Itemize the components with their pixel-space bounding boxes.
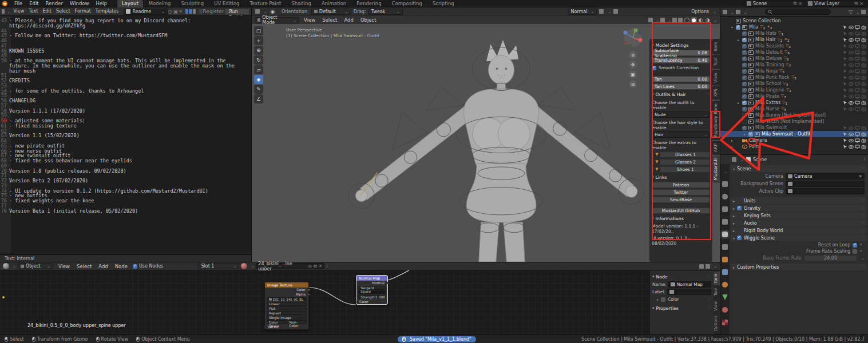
sidebar-tab[interactable]: Tool	[712, 55, 720, 69]
row-checkbox[interactable]	[742, 63, 747, 67]
line-numbers-toggle-icon[interactable]	[185, 9, 188, 14]
viewport-disable-icon[interactable]	[855, 126, 860, 130]
render-disable-icon[interactable]	[861, 107, 866, 111]
viewport-disable-icon[interactable]	[855, 88, 860, 93]
row-checkbox[interactable]	[742, 69, 747, 74]
selectable-icon[interactable]	[843, 25, 847, 30]
node-sidebar-tab[interactable]: Item	[714, 272, 720, 285]
snap-node-icon[interactable]	[699, 264, 704, 269]
option-checkbox[interactable]	[853, 243, 857, 248]
render-disable-icon[interactable]	[861, 88, 866, 93]
use-nodes-checkbox[interactable]	[133, 264, 137, 269]
collapsed-panel-header[interactable]: Units∷	[731, 197, 867, 204]
hide-eye-icon[interactable]	[849, 82, 854, 86]
viewport-disable-icon[interactable]	[855, 82, 860, 86]
new-view-layer-icon[interactable]: ⧉	[855, 1, 858, 6]
row-checkbox[interactable]	[742, 82, 747, 86]
register-checkbox[interactable]	[199, 9, 202, 14]
viewport-disable-icon[interactable]	[855, 101, 860, 105]
shading-mode-icon[interactable]	[691, 17, 697, 23]
row-checkbox[interactable]	[736, 25, 740, 30]
row-checkbox[interactable]	[742, 126, 747, 130]
node-name-field[interactable]: Normal Map	[668, 281, 711, 288]
workspace-tab[interactable]: Sculpting	[176, 0, 208, 7]
text-editor-menu[interactable]: Format	[73, 8, 93, 15]
row-checkbox[interactable]	[742, 44, 747, 49]
setting-slider[interactable]: Tan Lines0.00	[652, 83, 710, 90]
perspective-toggle-icon[interactable]: ⊞	[629, 80, 637, 88]
render-disable-icon[interactable]	[861, 31, 866, 36]
material-icon[interactable]	[241, 263, 247, 269]
hide-eye-icon[interactable]	[849, 126, 854, 130]
scene-panel-header[interactable]: Scene∷	[731, 165, 867, 172]
outliner-row[interactable]: Mila Nurse 5	[720, 106, 868, 112]
outliner-row[interactable]: ▸ Mila Swimsuit - Outfit	[720, 131, 868, 137]
topbar-menu[interactable]: Window	[66, 0, 93, 7]
outliner-row[interactable]: ▸ Point	[720, 143, 868, 150]
row-checkbox[interactable]	[748, 132, 753, 137]
snap-icon[interactable]	[660, 18, 665, 22]
viewport-disable-icon[interactable]	[855, 145, 860, 149]
properties-tab-icon[interactable]	[722, 194, 728, 200]
workspace-tab[interactable]: Shading	[287, 0, 316, 7]
node-title[interactable]: Image Texture	[265, 282, 308, 288]
workspace-tab[interactable]: Modeling	[144, 0, 176, 7]
collapsed-panel-header[interactable]: Gravity∷	[731, 205, 867, 212]
render-disable-icon[interactable]	[861, 138, 866, 143]
wiggle-checkbox[interactable]	[737, 236, 742, 240]
row-checkbox[interactable]	[742, 31, 747, 36]
hide-eye-icon[interactable]	[849, 145, 854, 149]
custom-properties-panel-header[interactable]: Custom Properties∷	[731, 264, 867, 270]
alpha-output-socket[interactable]	[308, 293, 310, 296]
viewport-disable-icon[interactable]	[855, 38, 860, 42]
render-disable-icon[interactable]	[861, 132, 866, 137]
topbar-menu[interactable]: Edit	[26, 0, 42, 7]
text-editor-menu[interactable]: Text	[26, 8, 40, 15]
color-output-socket[interactable]	[308, 289, 310, 291]
outliner-row[interactable]: ▸ Camera	[720, 137, 868, 143]
vector-input-socket[interactable]	[264, 326, 266, 328]
row-checkbox[interactable]	[742, 57, 747, 61]
colorspace-dropdown[interactable]: Non-Color	[287, 320, 307, 324]
hide-eye-icon[interactable]	[849, 75, 854, 80]
selectable-icon[interactable]	[843, 63, 847, 67]
collapsed-panel-header[interactable]: Keying Sets∷	[731, 212, 867, 219]
hide-eye-icon[interactable]	[849, 107, 854, 111]
zoom-icon[interactable]: ⊕	[629, 51, 637, 59]
render-disable-icon[interactable]	[861, 94, 866, 99]
saved-badge[interactable]: Saved "Mila_v1_1_1.blend"	[398, 336, 476, 342]
properties-tab-icon[interactable]	[722, 181, 728, 187]
selectable-icon[interactable]	[843, 101, 847, 105]
hide-eye-icon[interactable]	[849, 101, 854, 105]
fake-user-icon[interactable]: ◎	[308, 264, 312, 269]
overlay-node-icon[interactable]	[706, 264, 710, 269]
mode-dropdown[interactable]: Object Mode	[255, 17, 299, 23]
pin-material-icon[interactable]: ⟊	[326, 264, 327, 269]
global-orientation-icon[interactable]: ◉	[269, 9, 276, 15]
outliner-row[interactable]: Mila Lingerie 2	[720, 87, 868, 93]
field-input[interactable]: ✕	[786, 188, 865, 194]
pin-icon[interactable]: ⟊	[864, 157, 865, 162]
outliner-row[interactable]: ▾ Mila 2 2	[720, 24, 868, 30]
new-collection-icon[interactable]	[861, 10, 866, 14]
selectable-icon[interactable]	[843, 88, 847, 93]
render-disable-icon[interactable]	[861, 44, 866, 49]
node-editor-menu[interactable]: Select	[73, 263, 95, 270]
unlink-text-icon[interactable]: ✕	[179, 9, 183, 14]
informations-panel-header[interactable]: Informations∷	[652, 215, 710, 222]
hide-eye-icon[interactable]	[849, 38, 854, 42]
blender-logo-icon[interactable]	[2, 1, 7, 6]
render-disable-icon[interactable]	[861, 82, 866, 86]
sidebar-tab[interactable]: Item	[712, 39, 720, 54]
hide-eye-icon[interactable]	[849, 44, 854, 49]
viewport-disable-icon[interactable]	[855, 94, 860, 99]
node-editor-canvas[interactable]: Image Texture Color Alpha EXC_10_145_01_…	[0, 270, 649, 334]
outliner-row[interactable]: Scene Collection	[720, 18, 868, 24]
text-datablock[interactable]: Readme ⌄	[124, 9, 167, 15]
shader-type-icon[interactable]	[3, 263, 9, 269]
filter-funnel-icon[interactable]: ▽	[849, 9, 853, 15]
render-disable-icon[interactable]	[861, 50, 866, 55]
proportional-editing-icon[interactable]	[613, 9, 618, 14]
node-title[interactable]: Normal Map	[356, 276, 387, 281]
run-script-button[interactable]: Run Script	[225, 9, 249, 15]
